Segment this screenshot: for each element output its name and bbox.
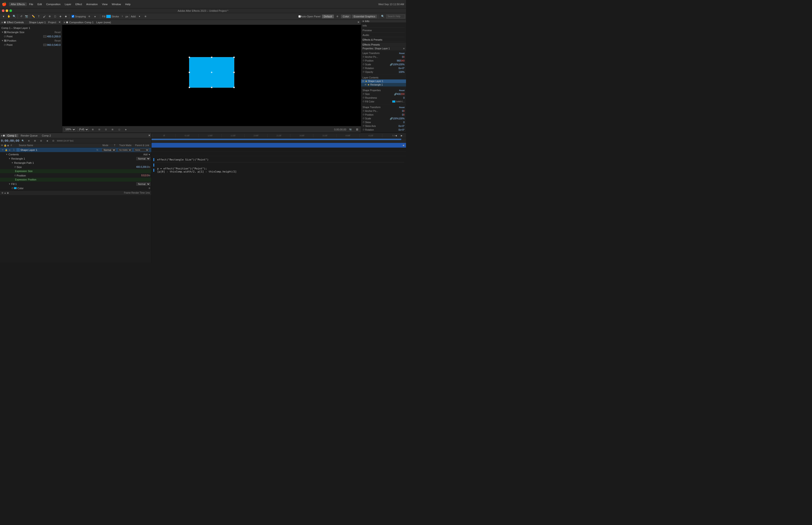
fill-color-swatch[interactable] (392, 100, 395, 103)
tool-shape[interactable]: ◆ (63, 14, 68, 19)
sp-round-v1[interactable]: 0 (403, 96, 404, 99)
layer-solo[interactable]: ◉ (8, 148, 11, 152)
size-expr-icon[interactable]: ⚙ (149, 166, 150, 168)
project-tab[interactable]: Project (47, 21, 58, 24)
tree-fill1[interactable]: ▼ Fill 1 Normal (0, 182, 151, 186)
layer-bar[interactable] (152, 143, 401, 148)
comp-name-tab[interactable]: Comp 1 (85, 21, 94, 24)
handle-top-left[interactable] (189, 57, 190, 58)
properties-menu[interactable]: ≡ (403, 47, 404, 50)
rect-size-row[interactable]: ▼ fx Rectangle Size Reset (0, 30, 62, 34)
zoom-select[interactable]: 100% (64, 127, 76, 131)
maximize-button[interactable] (10, 10, 12, 12)
tl-btn-3[interactable]: ⊟ (39, 138, 44, 144)
tab-close[interactable]: ✕ (148, 134, 150, 137)
handle-top-center[interactable] (211, 57, 212, 58)
st-skew-v1[interactable]: 0 (403, 121, 404, 124)
handle-bottom-center[interactable] (211, 87, 212, 88)
menu-view[interactable]: View (100, 2, 109, 6)
work-area-indicator[interactable] (152, 139, 401, 140)
st-skewaxis-sw[interactable]: ⏱ (363, 125, 365, 127)
tl-search-icon[interactable]: 🔍 (20, 138, 25, 144)
info-tab[interactable]: Info (365, 20, 369, 22)
tl-btn-5[interactable]: ⊡ (51, 138, 56, 144)
close-button[interactable] (2, 10, 4, 12)
layer-bar-row[interactable]: ◀ (152, 143, 406, 148)
handle-mid-right[interactable] (233, 72, 235, 73)
toggle-position[interactable]: ▼ (1, 40, 3, 42)
tab-effects-presets[interactable]: Effects & Presets (363, 38, 404, 42)
rect-size-value[interactable]: 400.0,200.0 (47, 35, 61, 38)
size-value[interactable]: 400.0,200.0 (136, 166, 149, 168)
composition-viewport[interactable]: ✦ (62, 25, 361, 126)
toggle-contents[interactable]: ▼ (6, 153, 9, 155)
tree-position[interactable]: ⏱ Position 0.0,0.0 ⚙ (0, 174, 151, 178)
menu-help[interactable]: Help (123, 2, 133, 6)
handle-top-right[interactable] (233, 57, 235, 58)
sp-size-link[interactable]: 🔗 (394, 93, 397, 95)
sp-reset[interactable]: Reset (399, 89, 404, 92)
snapping-checkbox[interactable] (72, 15, 74, 18)
lt-scale-v2[interactable]: 100% (398, 63, 404, 66)
tool-pen[interactable]: ✏️ (31, 14, 36, 19)
tl-btn-4[interactable]: ◈ (45, 138, 50, 144)
layer-fx-icon[interactable]: fx (96, 149, 98, 151)
tool-select[interactable]: ▼ (1, 14, 6, 19)
sp-round-sw[interactable]: ⏱ (363, 96, 365, 99)
ruler-nav-right[interactable]: ▶ (399, 133, 404, 138)
menu-layer[interactable]: Layer (63, 2, 73, 6)
panel-close[interactable]: ✕ (59, 21, 61, 24)
st-rot-sw[interactable]: ⏱ (363, 129, 365, 131)
st-scale-v1[interactable]: 100% (393, 117, 399, 120)
rect1-mode[interactable]: Normal (136, 157, 150, 160)
layer-mode-cell[interactable]: Normal (102, 148, 117, 152)
tree-rectangle1[interactable]: ▼ Rectangle 1 Normal (0, 156, 151, 161)
comp-fit[interactable]: ⊞ (90, 127, 95, 132)
layer-eye[interactable]: 👁 (1, 148, 4, 152)
lt-anchor-v2[interactable]: 0 (403, 56, 404, 58)
position-row[interactable]: ▼ fx Position Reset (0, 39, 62, 43)
comp-grid[interactable]: ⊟ (97, 127, 102, 132)
search-input[interactable] (386, 15, 405, 18)
timeline-timecode[interactable]: 0;00;00;00 (1, 139, 19, 142)
sp-size-v1[interactable]: 400 (397, 93, 401, 95)
lc-eye-1[interactable]: 👁 (362, 80, 364, 82)
comp-color-mgmt[interactable]: ◈ (123, 127, 128, 132)
menu-animation[interactable]: Animation (85, 2, 99, 6)
lc-eye-2[interactable]: 👁 (364, 84, 367, 86)
tool-eraser[interactable]: ◻ (52, 14, 58, 19)
tab-essential-graphics[interactable]: Essential Graphics (352, 15, 377, 18)
layer-track-matte[interactable]: No Matte (118, 148, 133, 152)
tree-size[interactable]: ⏱ Size 400.0,200.0 ⚙ (0, 165, 151, 169)
lc-shape-layer-1[interactable]: 👁 ★ Shape Layer 1 (361, 79, 406, 83)
rect-size-reset[interactable]: Reset (55, 31, 61, 34)
layer-mode-select[interactable]: Normal (102, 148, 116, 152)
color-expr-icon[interactable]: ⚙ (149, 187, 150, 190)
st-scale-sw[interactable]: ⏱ (363, 117, 365, 120)
st-scale-v2[interactable]: 100% (398, 117, 404, 120)
toggle-rectpath[interactable]: ▼ (11, 162, 14, 164)
st-pos-sw[interactable]: ⏱ (363, 114, 365, 116)
layer-row-1[interactable]: 👁 🔒 ◉ 1 Shape Layer 1 fx Normal (0, 148, 151, 152)
timeline-ruler[interactable]: 0f 0:15f 1:00f 1:15f 2:00f 2:15f 3:00f 3… (152, 133, 406, 138)
position-reset[interactable]: Reset (55, 40, 61, 42)
stopwatch-position[interactable]: ⏱ (4, 44, 6, 46)
sp-size-sw[interactable]: ⏱ (363, 93, 365, 95)
apple-icon[interactable]: 🍎 (2, 2, 6, 6)
search-icon[interactable]: 🔍 (380, 14, 385, 19)
color-stopwatch[interactable]: ⏱ (11, 187, 13, 190)
lt-pos-v2[interactable]: 540 (401, 59, 404, 62)
panel-toggle[interactable]: ≡ (1, 21, 3, 24)
handle-bottom-left[interactable] (189, 87, 190, 88)
st-scale-link[interactable]: 🔗 (390, 117, 393, 120)
rect1-mode-select[interactable]: Normal (136, 157, 150, 160)
expr-code-1[interactable]: effect("Rectangle Size")("Point") (157, 158, 209, 161)
lt-rot-v1[interactable]: 0x+0° (398, 67, 404, 70)
tool-text[interactable]: T (36, 14, 41, 19)
color-preview[interactable] (14, 187, 17, 189)
st-skew-sw[interactable]: ⏱ (363, 121, 365, 123)
comp-alpha[interactable]: ◻ (117, 127, 122, 132)
minimize-button[interactable] (6, 10, 8, 12)
st-anchor-v2[interactable]: 0 (403, 110, 404, 112)
expression-editor[interactable]: ▌ effect("Rectangle Size")("Point") ▌ ▌ … (152, 156, 406, 262)
